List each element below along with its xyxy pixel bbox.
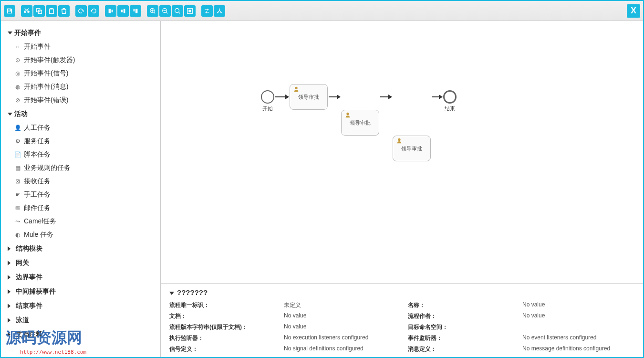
category-结束事件[interactable]: 结束事件 xyxy=(1,299,160,313)
align-left-button[interactable] xyxy=(105,5,116,17)
paste-button[interactable] xyxy=(46,5,57,17)
item-label: Camel任务 xyxy=(24,217,56,226)
palette-item[interactable]: ☛手工任务 xyxy=(1,188,160,201)
undo-button[interactable] xyxy=(88,5,99,17)
rules-icon: ▤ xyxy=(14,165,21,171)
circle-err-icon: ⊘ xyxy=(14,97,21,104)
svg-rect-4 xyxy=(109,9,111,13)
item-label: 开始事件(消息) xyxy=(24,83,68,91)
sequence-flow[interactable] xyxy=(275,96,289,97)
zoom-out-button[interactable] xyxy=(159,5,171,17)
user-task-2[interactable]: 领导审批 xyxy=(341,110,379,136)
category-开始事件[interactable]: 开始事件 xyxy=(1,26,160,40)
property-value[interactable]: No value xyxy=(284,323,408,331)
circle-dot-icon: ⊙ xyxy=(14,57,21,63)
circle-msg-icon: ◍ xyxy=(14,84,21,90)
zoom-in-button[interactable] xyxy=(147,5,158,17)
end-event-node[interactable]: 结束 xyxy=(443,90,457,112)
property-label: 名称： xyxy=(408,301,522,309)
user-icon xyxy=(293,86,300,93)
svg-point-12 xyxy=(175,8,179,12)
property-value[interactable]: No value xyxy=(522,301,634,309)
cut-button[interactable] xyxy=(21,5,32,17)
property-value[interactable]: 未定义 xyxy=(284,301,408,309)
property-value[interactable]: No value xyxy=(522,312,634,320)
svg-rect-14 xyxy=(188,10,191,12)
property-value[interactable] xyxy=(522,323,634,331)
zoom-fit-button[interactable] xyxy=(172,5,183,17)
properties-title[interactable]: ??????? xyxy=(169,288,634,296)
sequence-flow[interactable] xyxy=(329,96,340,97)
palette-item[interactable]: ◍开始事件(消息) xyxy=(1,80,160,94)
align-center-button[interactable] xyxy=(117,5,129,17)
start-event-node[interactable]: 开始 xyxy=(261,90,274,112)
item-label: 开始事件 xyxy=(24,42,51,51)
category-泳道[interactable]: 泳道 xyxy=(1,313,160,327)
camel-icon: ⤳ xyxy=(14,218,21,225)
redo-button[interactable] xyxy=(75,5,87,17)
item-label: 人工任务 xyxy=(24,124,51,132)
palette-item[interactable]: 👤人工任务 xyxy=(1,121,160,135)
palette-item[interactable]: ⤳Camel任务 xyxy=(1,215,160,228)
item-label: 开始事件(错误) xyxy=(24,96,68,105)
properties-panel: ??????? 流程唯一标识：未定义名称：No value文档：No value… xyxy=(161,283,643,358)
bpmn-diagram[interactable]: 开始 领导审批 领导审批 领导审批 结束 xyxy=(161,21,643,283)
category-中间捕获事件[interactable]: 中间捕获事件 xyxy=(1,284,160,299)
user-icon xyxy=(396,137,403,144)
category-边界事件[interactable]: 边界事件 xyxy=(1,270,160,284)
sequence-flow[interactable] xyxy=(380,96,392,97)
palette-item[interactable]: ⊙开始事件(触发器) xyxy=(1,53,160,67)
category-活动[interactable]: 活动 xyxy=(1,107,160,121)
script-icon: 📄 xyxy=(14,151,21,158)
gear-icon: ⚙ xyxy=(14,138,21,145)
circle-radio-icon: ◎ xyxy=(14,70,21,77)
property-value[interactable]: No value xyxy=(284,312,408,320)
palette-sidebar: 开始事件○开始事件⊙开始事件(触发器)◎开始事件(信号)◍开始事件(消息)⊘开始… xyxy=(1,21,161,358)
save-button[interactable] xyxy=(4,5,15,17)
user-icon: 👤 xyxy=(14,125,21,131)
user-task-1[interactable]: 领导审批 xyxy=(290,84,328,110)
category-文档注释[interactable]: 文档注释 xyxy=(1,327,160,342)
property-label: 文档： xyxy=(169,312,284,320)
category-结构模块[interactable]: 结构模块 xyxy=(1,242,160,256)
item-label: 开始事件(信号) xyxy=(24,69,68,78)
palette-item[interactable]: ⊠接收任务 xyxy=(1,175,160,188)
property-value[interactable]: No message definitions configured xyxy=(522,345,634,353)
close-button[interactable]: X xyxy=(627,4,640,18)
svg-rect-8 xyxy=(134,9,135,11)
palette-item[interactable]: ⊘开始事件(错误) xyxy=(1,94,160,107)
canvas-area: 开始 领导审批 领导审批 领导审批 结束 ???? xyxy=(161,21,643,358)
user-task-3[interactable]: 领导审批 xyxy=(393,136,431,161)
palette-item[interactable]: ◐Mule 任务 xyxy=(1,228,160,242)
sequence-flow[interactable] xyxy=(432,96,442,97)
palette-item[interactable]: ✉邮件任务 xyxy=(1,201,160,215)
item-label: 手工任务 xyxy=(24,190,51,199)
align-right-button[interactable] xyxy=(130,5,141,17)
task-label: 领导审批 xyxy=(401,145,422,152)
palette-item[interactable]: ○开始事件 xyxy=(1,40,160,53)
end-label: 结束 xyxy=(443,105,457,112)
zoom-actual-button[interactable] xyxy=(184,5,196,17)
copy-button[interactable] xyxy=(33,5,45,17)
svg-rect-5 xyxy=(112,10,113,12)
swap-button[interactable] xyxy=(201,5,213,17)
property-label: 消息定义： xyxy=(408,345,522,353)
item-label: Mule 任务 xyxy=(24,231,53,239)
task-label: 领导审批 xyxy=(350,119,371,126)
branch-button[interactable] xyxy=(214,5,225,17)
svg-rect-7 xyxy=(124,9,125,13)
svg-point-16 xyxy=(220,12,222,13)
property-label: 流程版本字符串(仅限于文档)： xyxy=(169,323,284,331)
property-label: 信号定义： xyxy=(169,345,284,353)
property-value[interactable]: No execution listeners configured xyxy=(284,334,408,342)
mule-icon: ◐ xyxy=(14,232,21,238)
category-网关[interactable]: 网关 xyxy=(1,256,160,270)
property-value[interactable]: No event listeners configured xyxy=(522,334,634,342)
property-value[interactable]: No signal definitions configured xyxy=(284,345,408,353)
palette-item[interactable]: ⚙服务任务 xyxy=(1,135,160,148)
delete-button[interactable] xyxy=(58,5,70,17)
palette-item[interactable]: ▤业务规则的任务 xyxy=(1,161,160,175)
palette-item[interactable]: 📄脚本任务 xyxy=(1,148,160,161)
start-label: 开始 xyxy=(261,105,274,112)
palette-item[interactable]: ◎开始事件(信号) xyxy=(1,67,160,80)
